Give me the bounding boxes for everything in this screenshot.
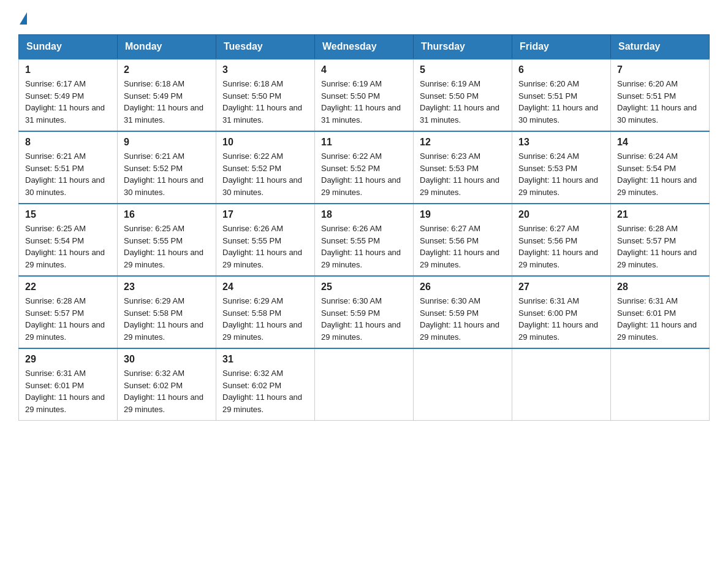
day-number: 7 [617, 64, 703, 75]
day-cell-21: 21 Sunrise: 6:28 AM Sunset: 5:57 PM Dayl… [611, 204, 710, 276]
day-number: 5 [420, 64, 506, 75]
day-number: 26 [420, 282, 506, 293]
day-cell-12: 12 Sunrise: 6:23 AM Sunset: 5:53 PM Dayl… [414, 131, 512, 204]
week-row-5: 29 Sunrise: 6:31 AM Sunset: 6:01 PM Dayl… [19, 348, 710, 421]
day-number: 9 [124, 137, 210, 148]
day-number: 25 [321, 282, 407, 293]
day-info: Sunrise: 6:22 AM Sunset: 5:52 PM Dayligh… [321, 150, 407, 198]
day-info: Sunrise: 6:21 AM Sunset: 5:52 PM Dayligh… [124, 150, 210, 198]
day-number: 13 [518, 137, 604, 148]
logo-triangle-icon [20, 12, 27, 25]
day-cell-10: 10 Sunrise: 6:22 AM Sunset: 5:52 PM Dayl… [216, 131, 315, 204]
day-number: 18 [321, 209, 407, 220]
day-info: Sunrise: 6:18 AM Sunset: 5:49 PM Dayligh… [124, 78, 210, 126]
column-header-monday: Monday [118, 35, 216, 59]
day-number: 22 [25, 282, 111, 293]
day-info: Sunrise: 6:21 AM Sunset: 5:51 PM Dayligh… [25, 150, 111, 198]
day-cell-18: 18 Sunrise: 6:26 AM Sunset: 5:55 PM Dayl… [315, 204, 414, 276]
calendar-header-row: SundayMondayTuesdayWednesdayThursdayFrid… [19, 35, 710, 59]
day-info: Sunrise: 6:23 AM Sunset: 5:53 PM Dayligh… [420, 150, 506, 198]
day-cell-7: 7 Sunrise: 6:20 AM Sunset: 5:51 PM Dayli… [611, 59, 710, 131]
day-info: Sunrise: 6:28 AM Sunset: 5:57 PM Dayligh… [617, 223, 703, 270]
week-row-2: 8 Sunrise: 6:21 AM Sunset: 5:51 PM Dayli… [19, 131, 710, 204]
day-info: Sunrise: 6:31 AM Sunset: 6:01 PM Dayligh… [25, 367, 111, 415]
day-cell-13: 13 Sunrise: 6:24 AM Sunset: 5:53 PM Dayl… [512, 131, 611, 204]
day-cell-4: 4 Sunrise: 6:19 AM Sunset: 5:50 PM Dayli… [315, 59, 414, 131]
day-number: 15 [25, 209, 111, 220]
day-info: Sunrise: 6:19 AM Sunset: 5:50 PM Dayligh… [321, 78, 407, 126]
day-number: 28 [617, 282, 703, 293]
day-cell-15: 15 Sunrise: 6:25 AM Sunset: 5:54 PM Dayl… [19, 204, 118, 276]
day-number: 27 [518, 282, 604, 293]
day-info: Sunrise: 6:20 AM Sunset: 5:51 PM Dayligh… [518, 78, 604, 126]
day-number: 21 [617, 209, 703, 220]
day-cell-30: 30 Sunrise: 6:32 AM Sunset: 6:02 PM Dayl… [118, 348, 216, 421]
week-row-4: 22 Sunrise: 6:28 AM Sunset: 5:57 PM Dayl… [19, 276, 710, 348]
day-cell-17: 17 Sunrise: 6:26 AM Sunset: 5:55 PM Dayl… [216, 204, 315, 276]
day-cell-29: 29 Sunrise: 6:31 AM Sunset: 6:01 PM Dayl… [19, 348, 118, 421]
column-header-sunday: Sunday [19, 35, 118, 59]
day-number: 4 [321, 64, 407, 75]
day-info: Sunrise: 6:29 AM Sunset: 5:58 PM Dayligh… [222, 295, 308, 343]
week-row-1: 1 Sunrise: 6:17 AM Sunset: 5:49 PM Dayli… [19, 59, 710, 131]
day-cell-31: 31 Sunrise: 6:32 AM Sunset: 6:02 PM Dayl… [216, 348, 315, 421]
day-info: Sunrise: 6:26 AM Sunset: 5:55 PM Dayligh… [321, 223, 407, 270]
day-number: 3 [222, 64, 308, 75]
day-info: Sunrise: 6:22 AM Sunset: 5:52 PM Dayligh… [222, 150, 308, 198]
day-cell-27: 27 Sunrise: 6:31 AM Sunset: 6:00 PM Dayl… [512, 276, 611, 348]
day-cell-26: 26 Sunrise: 6:30 AM Sunset: 5:59 PM Dayl… [414, 276, 512, 348]
day-info: Sunrise: 6:28 AM Sunset: 5:57 PM Dayligh… [25, 295, 111, 343]
day-cell-25: 25 Sunrise: 6:30 AM Sunset: 5:59 PM Dayl… [315, 276, 414, 348]
empty-cell [512, 348, 611, 421]
day-cell-9: 9 Sunrise: 6:21 AM Sunset: 5:52 PM Dayli… [118, 131, 216, 204]
day-info: Sunrise: 6:31 AM Sunset: 6:00 PM Dayligh… [518, 295, 604, 343]
day-info: Sunrise: 6:25 AM Sunset: 5:55 PM Dayligh… [124, 223, 210, 270]
day-number: 2 [124, 64, 210, 75]
day-number: 17 [222, 209, 308, 220]
empty-cell [414, 348, 512, 421]
day-cell-14: 14 Sunrise: 6:24 AM Sunset: 5:54 PM Dayl… [611, 131, 710, 204]
day-number: 1 [25, 64, 111, 75]
day-number: 30 [124, 354, 210, 365]
column-header-friday: Friday [512, 35, 611, 59]
empty-cell [611, 348, 710, 421]
column-header-tuesday: Tuesday [216, 35, 315, 59]
day-info: Sunrise: 6:32 AM Sunset: 6:02 PM Dayligh… [222, 367, 308, 415]
day-number: 14 [617, 137, 703, 148]
day-info: Sunrise: 6:24 AM Sunset: 5:53 PM Dayligh… [518, 150, 604, 198]
day-cell-24: 24 Sunrise: 6:29 AM Sunset: 5:58 PM Dayl… [216, 276, 315, 348]
column-header-thursday: Thursday [414, 35, 512, 59]
page-header [18, 12, 710, 22]
day-number: 20 [518, 209, 604, 220]
day-info: Sunrise: 6:25 AM Sunset: 5:54 PM Dayligh… [25, 223, 111, 270]
day-info: Sunrise: 6:18 AM Sunset: 5:50 PM Dayligh… [222, 78, 308, 126]
day-info: Sunrise: 6:29 AM Sunset: 5:58 PM Dayligh… [124, 295, 210, 343]
day-number: 19 [420, 209, 506, 220]
day-cell-23: 23 Sunrise: 6:29 AM Sunset: 5:58 PM Dayl… [118, 276, 216, 348]
week-row-3: 15 Sunrise: 6:25 AM Sunset: 5:54 PM Dayl… [19, 204, 710, 276]
day-number: 8 [25, 137, 111, 148]
day-number: 10 [222, 137, 308, 148]
day-info: Sunrise: 6:17 AM Sunset: 5:49 PM Dayligh… [25, 78, 111, 126]
day-info: Sunrise: 6:19 AM Sunset: 5:50 PM Dayligh… [420, 78, 506, 126]
calendar-table: SundayMondayTuesdayWednesdayThursdayFrid… [18, 34, 710, 421]
column-header-saturday: Saturday [611, 35, 710, 59]
day-info: Sunrise: 6:32 AM Sunset: 6:02 PM Dayligh… [124, 367, 210, 415]
day-info: Sunrise: 6:27 AM Sunset: 5:56 PM Dayligh… [518, 223, 604, 270]
day-number: 12 [420, 137, 506, 148]
day-info: Sunrise: 6:30 AM Sunset: 5:59 PM Dayligh… [321, 295, 407, 343]
day-info: Sunrise: 6:27 AM Sunset: 5:56 PM Dayligh… [420, 223, 506, 270]
day-number: 23 [124, 282, 210, 293]
day-cell-2: 2 Sunrise: 6:18 AM Sunset: 5:49 PM Dayli… [118, 59, 216, 131]
day-info: Sunrise: 6:30 AM Sunset: 5:59 PM Dayligh… [420, 295, 506, 343]
day-cell-6: 6 Sunrise: 6:20 AM Sunset: 5:51 PM Dayli… [512, 59, 611, 131]
column-header-wednesday: Wednesday [315, 35, 414, 59]
day-number: 24 [222, 282, 308, 293]
day-number: 6 [518, 64, 604, 75]
day-info: Sunrise: 6:31 AM Sunset: 6:01 PM Dayligh… [617, 295, 703, 343]
day-cell-22: 22 Sunrise: 6:28 AM Sunset: 5:57 PM Dayl… [19, 276, 118, 348]
day-number: 29 [25, 354, 111, 365]
day-cell-28: 28 Sunrise: 6:31 AM Sunset: 6:01 PM Dayl… [611, 276, 710, 348]
day-number: 31 [222, 354, 308, 365]
day-number: 11 [321, 137, 407, 148]
